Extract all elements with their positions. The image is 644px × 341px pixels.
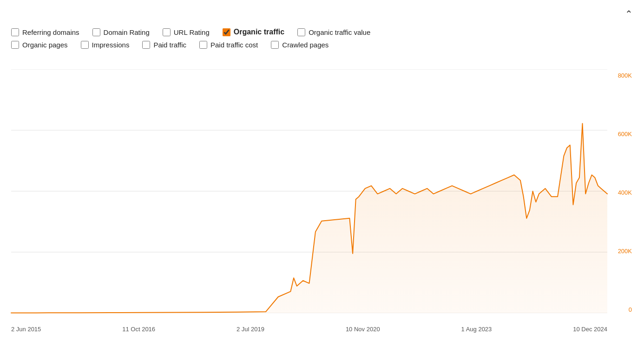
y-label-0: 800K [618,72,632,79]
checkbox-label-url-rating: URL Rating [174,28,210,36]
checkbox-organic-pages[interactable]: Organic pages [11,41,68,49]
performance-panel: ⌃ Referring domainsDomain RatingURL Rati… [0,0,644,341]
checkbox-referring-domains[interactable]: Referring domains [11,28,79,36]
checkbox-input-paid-traffic[interactable] [142,41,150,49]
checkbox-input-paid-traffic-cost[interactable] [199,41,207,49]
checkbox-input-organic-traffic[interactable] [223,28,230,36]
checkbox-label-paid-traffic: Paid traffic [153,41,186,49]
x-label-0: 2 Jun 2015 [11,326,41,333]
panel-header: ⌃ [11,8,633,20]
checkbox-input-organic-traffic-value[interactable] [297,28,305,36]
checkbox-label-referring-domains: Referring domains [22,28,79,36]
y-label-3: 200K [618,248,632,255]
line-chart [11,69,607,313]
checkboxes-row-1: Referring domainsDomain RatingURL Rating… [11,28,633,36]
collapse-button[interactable]: ⌃ [625,8,633,20]
checkbox-label-organic-traffic: Organic traffic [234,28,284,36]
x-label-2: 2 Jul 2019 [237,326,264,333]
checkbox-impressions[interactable]: Impressions [81,41,130,49]
checkbox-label-paid-traffic-cost: Paid traffic cost [210,41,258,49]
checkbox-input-url-rating[interactable] [163,28,171,36]
checkbox-url-rating[interactable]: URL Rating [163,28,210,36]
checkbox-input-impressions[interactable] [81,41,89,49]
checkbox-organic-traffic[interactable]: Organic traffic [223,28,284,36]
checkbox-paid-traffic-cost[interactable]: Paid traffic cost [199,41,258,49]
checkbox-paid-traffic[interactable]: Paid traffic [142,41,186,49]
checkbox-organic-traffic-value[interactable]: Organic traffic value [297,28,370,36]
checkbox-label-crawled-pages: Crawled pages [282,41,329,49]
checkbox-domain-rating[interactable]: Domain Rating [92,28,150,36]
y-label-1: 600K [618,131,632,138]
x-label-4: 1 Aug 2023 [461,326,492,333]
y-label-4: 0 [629,306,632,313]
checkbox-input-crawled-pages[interactable] [271,41,279,49]
checkbox-input-organic-pages[interactable] [11,41,19,49]
checkbox-input-domain-rating[interactable] [92,28,100,36]
y-label-2: 400K [618,189,632,196]
x-label-3: 10 Nov 2020 [346,326,380,333]
checkbox-label-domain-rating: Domain Rating [104,28,150,36]
filter-checkboxes: Referring domainsDomain RatingURL Rating… [11,28,633,53]
checkboxes-row-2: Organic pagesImpressionsPaid trafficPaid… [11,41,633,49]
checkbox-input-referring-domains[interactable] [11,28,19,36]
x-axis: 2 Jun 201511 Oct 20162 Jul 201910 Nov 20… [11,326,607,333]
checkbox-crawled-pages[interactable]: Crawled pages [271,41,329,49]
x-label-1: 11 Oct 2016 [122,326,155,333]
x-label-5: 10 Dec 2024 [573,326,607,333]
checkbox-label-organic-traffic-value: Organic traffic value [309,28,370,36]
checkbox-label-impressions: Impressions [92,41,130,49]
checkbox-label-organic-pages: Organic pages [22,41,68,49]
chart-area: 800K600K400K200K0 2 Jun 201511 Oct 20162… [11,59,633,336]
y-axis: 800K600K400K200K0 [618,72,633,313]
